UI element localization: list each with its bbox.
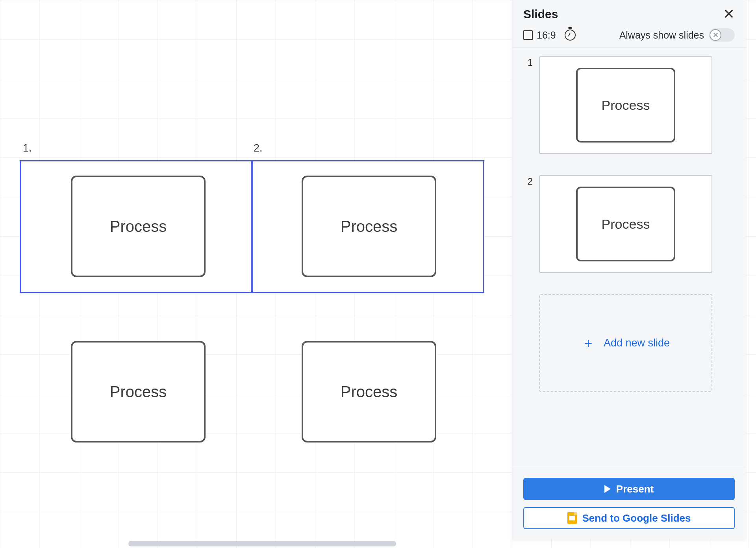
send-to-google-slides-label: Send to Google Slides [582,512,691,524]
always-show-slides-toggle[interactable]: ✕ [709,28,735,42]
process-shape[interactable]: Process [302,176,436,277]
toggle-knob-off-icon: ✕ [710,29,721,41]
aspect-ratio-icon [523,30,533,40]
process-label: Process [341,383,398,401]
panel-header: Slides ✕ [512,0,746,25]
slide-row: 1 Process [523,56,735,154]
google-slides-icon [567,512,577,524]
close-icon[interactable]: ✕ [723,7,735,21]
process-shape[interactable]: Process [71,341,206,442]
thumb-process-label: Process [602,98,650,113]
add-new-slide-label: Add new slide [604,337,670,349]
thumb-process-label: Process [602,217,650,232]
send-to-google-slides-button[interactable]: Send to Google Slides [523,507,735,529]
slide-thumbnail-2[interactable]: Process [539,175,712,273]
panel-title: Slides [523,7,558,21]
frame-label-2: 2. [254,142,263,154]
thumb-process-shape: Process [576,68,675,143]
thumb-process-shape: Process [576,187,675,261]
slide-number: 1 [523,57,533,68]
aspect-ratio-button[interactable]: 16:9 [523,30,556,41]
present-label: Present [616,483,654,495]
frame-label-1: 1. [23,142,32,154]
play-icon [604,485,611,493]
horizontal-scrollbar[interactable] [128,541,396,546]
slide-thumbnail-1[interactable]: Process [539,56,712,154]
slide-number: 2 [523,176,533,187]
slide-row: 2 Process [523,175,735,273]
panel-footer: Present Send to Google Slides [512,469,746,539]
add-new-slide-button[interactable]: ＋ Add new slide [539,294,712,392]
slides-list: 1 Process 2 Process ＋ Add new slide [512,48,746,469]
always-show-slides-label: Always show slides [619,30,704,41]
slides-panel: Slides ✕ 16:9 Always show slides ✕ 1 Pro… [512,0,746,539]
aspect-ratio-label: 16:9 [537,30,556,41]
process-label: Process [110,383,167,401]
plus-icon: ＋ [582,334,595,352]
process-label: Process [110,218,167,235]
process-shape[interactable]: Process [71,176,206,277]
process-shape[interactable]: Process [302,341,436,442]
present-button[interactable]: Present [523,478,735,500]
panel-toolbar: 16:9 Always show slides ✕ [512,25,746,48]
process-label: Process [341,218,398,235]
stopwatch-icon[interactable] [565,30,576,41]
